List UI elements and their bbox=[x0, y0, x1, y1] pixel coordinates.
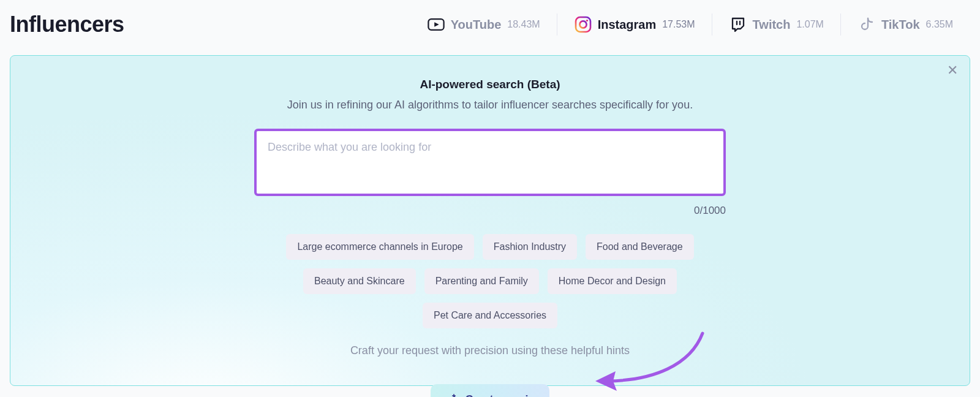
youtube-icon bbox=[428, 16, 445, 33]
tab-label: Twitch bbox=[753, 18, 791, 32]
svg-point-2 bbox=[579, 21, 586, 28]
tab-count: 6.35M bbox=[926, 19, 953, 30]
svg-rect-1 bbox=[576, 17, 590, 32]
close-icon[interactable]: ✕ bbox=[945, 63, 960, 78]
create-magic-button[interactable]: Create magic bbox=[431, 384, 549, 397]
create-magic-label: Create magic bbox=[465, 393, 534, 398]
suggestion-chips: Large ecommerce channels in Europe Fashi… bbox=[239, 234, 741, 328]
tab-count: 1.07M bbox=[796, 19, 823, 30]
instagram-icon bbox=[575, 16, 592, 33]
tab-count: 17.53M bbox=[662, 19, 695, 30]
svg-point-3 bbox=[586, 20, 587, 21]
ai-search-inner: AI-powered search (Beta) Join us in refi… bbox=[153, 78, 827, 397]
tab-instagram[interactable]: Instagram 17.53M bbox=[557, 11, 712, 38]
chip-suggestion[interactable]: Home Decor and Design bbox=[548, 268, 677, 294]
chips-hint: Craft your request with precision using … bbox=[153, 344, 827, 357]
ai-search-subtitle: Join us in refining our AI algorithms to… bbox=[153, 99, 827, 112]
ai-search-panel: ✕ AI-powered search (Beta) Join us in re… bbox=[10, 55, 970, 386]
tab-label: Instagram bbox=[598, 18, 657, 32]
wand-icon bbox=[445, 393, 459, 397]
chip-suggestion[interactable]: Parenting and Family bbox=[424, 268, 539, 294]
chip-suggestion[interactable]: Large ecommerce channels in Europe bbox=[286, 234, 473, 260]
ai-search-input[interactable] bbox=[254, 129, 726, 196]
tab-label: YouTube bbox=[451, 18, 502, 32]
tab-count: 18.43M bbox=[507, 19, 540, 30]
chip-suggestion[interactable]: Pet Care and Accessories bbox=[423, 303, 557, 328]
platform-tabs: YouTube 18.43M bbox=[410, 11, 970, 38]
char-counter: 0/1000 bbox=[254, 205, 726, 217]
ai-search-title: AI-powered search (Beta) bbox=[153, 78, 827, 91]
tab-twitch[interactable]: Twitch 1.07M bbox=[712, 11, 841, 38]
chip-suggestion[interactable]: Beauty and Skincare bbox=[303, 268, 416, 294]
twitch-icon bbox=[729, 16, 747, 33]
tab-youtube[interactable]: YouTube 18.43M bbox=[410, 11, 557, 38]
chip-suggestion[interactable]: Food and Beverage bbox=[586, 234, 694, 260]
tiktok-icon bbox=[858, 16, 875, 33]
search-wrap: 0/1000 bbox=[254, 129, 726, 217]
page: Influencers YouTube 18.43M bbox=[0, 0, 980, 397]
tab-label: TikTok bbox=[881, 18, 920, 32]
tab-tiktok[interactable]: TikTok 6.35M bbox=[841, 11, 970, 38]
page-header: Influencers YouTube 18.43M bbox=[10, 0, 970, 55]
page-title: Influencers bbox=[10, 12, 124, 37]
chip-suggestion[interactable]: Fashion Industry bbox=[483, 234, 577, 260]
